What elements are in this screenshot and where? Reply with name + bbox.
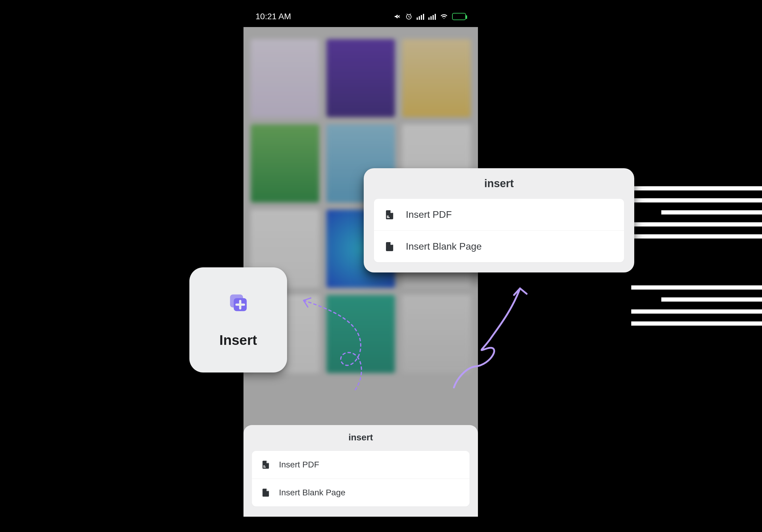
insert-sheet-enlarged: insert Insert PDF Insert Blank Page	[364, 168, 634, 272]
insert-blank-page-option[interactable]: Insert Blank Page	[252, 479, 470, 506]
decorative-stripes	[631, 186, 762, 238]
option-label: Insert Blank Page	[406, 241, 482, 252]
wifi-icon	[440, 13, 448, 20]
panel-option-list: Insert PDF Insert Blank Page	[374, 199, 624, 262]
status-time: 10:21 AM	[256, 12, 291, 21]
signal-icon	[428, 13, 436, 20]
pdf-file-icon	[384, 209, 395, 220]
alarm-icon	[405, 13, 413, 20]
battery-icon	[452, 13, 466, 20]
insert-tile-button[interactable]: Insert	[190, 267, 287, 372]
status-bar: 10:21 AM	[244, 6, 478, 27]
decorative-stripes	[631, 285, 762, 326]
insert-pdf-option[interactable]: Insert PDF	[252, 451, 470, 479]
panel-title: insert	[374, 177, 624, 190]
insert-bottom-sheet: insert Insert PDF Insert Blank Page	[244, 425, 478, 517]
blank-file-icon	[384, 241, 395, 252]
pdf-file-icon	[261, 460, 270, 470]
mute-icon	[394, 13, 401, 20]
insert-blank-page-option[interactable]: Insert Blank Page	[374, 231, 624, 262]
blank-file-icon	[261, 488, 270, 498]
option-label: Insert PDF	[406, 209, 452, 220]
signal-icon	[417, 13, 424, 20]
sheet-option-list: Insert PDF Insert Blank Page	[252, 451, 470, 506]
option-label: Insert PDF	[279, 460, 319, 470]
tile-label: Insert	[219, 332, 257, 348]
option-label: Insert Blank Page	[279, 488, 345, 498]
sheet-title: insert	[252, 432, 470, 442]
insert-copy-plus-icon	[227, 292, 250, 314]
insert-pdf-option[interactable]: Insert PDF	[374, 199, 624, 231]
